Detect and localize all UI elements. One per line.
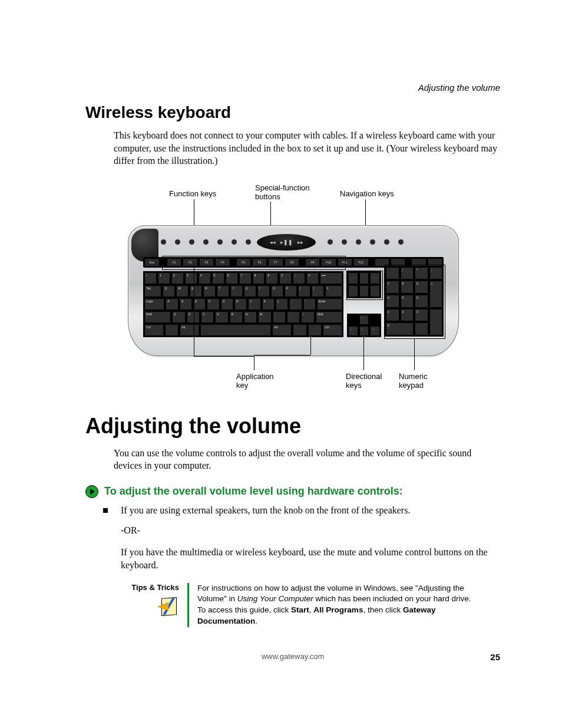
key-ctrl: Ctrl [144, 324, 164, 336]
key: 4 [386, 295, 399, 308]
key-down: ↓ [359, 326, 369, 336]
key: N [244, 311, 257, 323]
keyboard-figure: Function keys Special-function buttons N… [128, 184, 458, 396]
key-numlock [386, 267, 399, 280]
heading-adjusting-volume: Adjusting the volume [85, 414, 500, 439]
key: 5 [212, 272, 224, 284]
label-numeric-keypad: Numeric keypad [399, 373, 427, 390]
key-left: ← [348, 326, 358, 336]
key-f5: F5 [236, 258, 251, 266]
footer-url: www.gateway.com [262, 652, 325, 661]
key-pgdn [370, 285, 380, 297]
label-special-function-buttons: Special-function buttons [255, 184, 310, 202]
key: 2 [171, 272, 184, 284]
key-f1: F1 [167, 258, 181, 266]
key: . [415, 322, 428, 335]
key: 1 [158, 272, 170, 284]
paragraph-wireless-keyboard: This keyboard does not connect to your c… [85, 129, 500, 167]
key-f9: F9 [305, 258, 320, 266]
key-ctrl: Ctrl [323, 324, 342, 336]
key: 1 [386, 309, 399, 322]
leader-line [254, 355, 310, 355]
key-space [200, 324, 271, 336]
media-button-icon [189, 239, 194, 245]
key-capslock: Caps [144, 298, 164, 310]
key-f10: F10 [321, 258, 336, 266]
key-plus: + [429, 281, 443, 307]
key: , [273, 311, 286, 323]
key: 0 [386, 322, 414, 335]
key: R [203, 285, 216, 297]
media-button-icon [246, 239, 251, 245]
key-f3: F3 [199, 258, 214, 266]
key: 3 [415, 309, 428, 322]
key: H [234, 298, 247, 310]
label-line: keys [346, 381, 362, 390]
tips-text: For instructions on how to adjust the vo… [189, 583, 472, 628]
key: 0 [279, 272, 292, 284]
key: G [221, 298, 233, 310]
label-function-keys: Function keys [169, 190, 216, 199]
key-alt: Alt [272, 324, 292, 336]
key-f8: F8 [285, 258, 299, 266]
label-line: Numeric [399, 372, 427, 381]
tips-text-bold: Start [291, 605, 309, 614]
label-line: Application [236, 372, 274, 381]
key: / [401, 267, 414, 280]
media-button-icon [342, 239, 347, 245]
running-header: Adjusting the volume [418, 83, 500, 93]
key: 6 [415, 295, 428, 308]
alpha-key-block: ~ 1 2 3 4 5 6 7 8 9 0 - = ⟵ Tab Q W E R [143, 271, 343, 337]
tips-icon [159, 595, 179, 615]
key: A [166, 298, 178, 310]
key: 9 [415, 281, 428, 294]
tips-title: Tips & Tricks [124, 583, 179, 592]
key: D [193, 298, 206, 310]
page-footer: www.gateway.com 25 [85, 652, 500, 664]
label-line: Special-function [255, 183, 310, 192]
tips-text-italic: Using Your Computer [237, 594, 313, 603]
key: 9 [266, 272, 278, 284]
tips-and-tricks-box: Tips & Tricks For instructions on how to… [124, 583, 472, 628]
media-transport-oval: ◂◂ ▸❚❚ ▸▸ [257, 234, 316, 251]
media-dots-left [161, 239, 251, 245]
prev-icon: ◂◂ [270, 239, 276, 245]
label-line: keypad [399, 381, 424, 390]
page-number: 25 [490, 652, 500, 662]
key: S [180, 298, 192, 310]
leader-line [194, 356, 254, 357]
paragraph-adjusting-volume: You can use the volume controls to adjus… [85, 447, 500, 472]
key: - [429, 267, 443, 280]
key: 2 [401, 309, 414, 322]
bullet-item: If you are using external speakers, turn… [85, 504, 500, 517]
media-button-icon [232, 239, 237, 245]
key: 3 [185, 272, 197, 284]
page: Adjusting the volume Wireless keyboard T… [0, 0, 562, 699]
label-line: key [236, 381, 248, 390]
key: ' [303, 298, 316, 310]
key-shift: Shift [144, 311, 171, 323]
key-f2: F2 [183, 258, 197, 266]
key: V [215, 311, 228, 323]
key-home [359, 272, 369, 284]
key: B [230, 311, 243, 323]
label-line: Directional [346, 372, 382, 381]
media-button-icon [384, 239, 389, 245]
media-button-icon [217, 239, 223, 245]
key-application [308, 324, 322, 336]
key: 7 [239, 272, 252, 284]
key-right: → [370, 326, 380, 336]
key: C [201, 311, 214, 323]
tips-text-span: . [255, 617, 257, 625]
media-button-icon [175, 239, 180, 245]
key: P [285, 285, 297, 297]
play-pause-icon: ▸❚❚ [280, 239, 293, 245]
key: Y [230, 285, 243, 297]
key-f7: F7 [268, 258, 283, 266]
key: 5 [401, 295, 414, 308]
key: T [217, 285, 229, 297]
key: F [207, 298, 219, 310]
leader-line [414, 338, 415, 370]
label-navigation-keys: Navigation keys [340, 190, 394, 199]
key: K [262, 298, 275, 310]
